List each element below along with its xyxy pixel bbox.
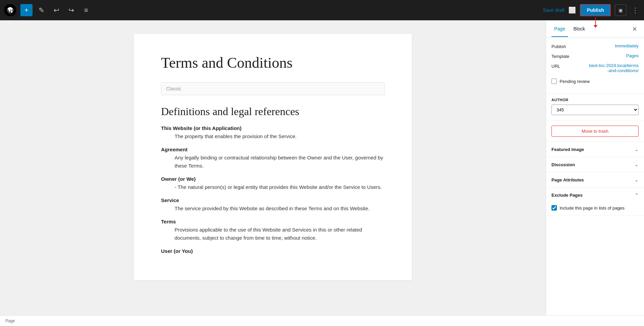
include-pages-checkbox[interactable] bbox=[551, 205, 557, 211]
definition-desc: Provisions applicable to the use of this… bbox=[161, 226, 385, 242]
template-row: Template Pages bbox=[551, 53, 639, 59]
list-item: This Website (or this Application) The p… bbox=[161, 125, 385, 140]
exclude-pages-section: Exclude Pages ⌄ Include this page in lis… bbox=[546, 188, 644, 216]
include-pages-row: Include this page in lists of pages bbox=[551, 205, 639, 211]
save-draft-button[interactable]: Save draft bbox=[543, 7, 565, 13]
pending-review-label: Pending review bbox=[560, 79, 590, 84]
definition-term[interactable]: Owner (or We) bbox=[161, 176, 385, 182]
chevron-down-icon: ⌄ bbox=[635, 147, 639, 152]
main-layout: Terms and Conditions Classic Definitions… bbox=[0, 20, 644, 315]
chevron-up-icon: ⌄ bbox=[635, 192, 639, 198]
toolbar: + ✎ ↩ ↪ ≡ Save draft ⬜ Publish ▣ ⋮ bbox=[0, 0, 644, 20]
publish-row: Publish Immediately bbox=[551, 43, 639, 49]
list-view-icon: ≡ bbox=[84, 6, 88, 14]
section-heading[interactable]: Definitions and legal references bbox=[161, 105, 385, 119]
include-pages-label: Include this page in lists of pages bbox=[560, 205, 625, 211]
author-label: AUTHOR bbox=[551, 98, 639, 102]
editor-content: Terms and Conditions Classic Definitions… bbox=[134, 34, 412, 280]
redo-button[interactable]: ↪ bbox=[65, 4, 77, 16]
page-title[interactable]: Terms and Conditions bbox=[161, 54, 385, 72]
definition-desc: Any legally binding or contractual relat… bbox=[161, 154, 385, 170]
classic-block[interactable]: Classic bbox=[161, 82, 385, 95]
definition-desc: The property that enables the provision … bbox=[161, 132, 385, 140]
more-options-button[interactable]: ⋮ bbox=[630, 5, 640, 16]
trash-section: Move to trash bbox=[546, 121, 644, 142]
toolbar-right: Save draft ⬜ Publish ▣ ⋮ bbox=[543, 4, 640, 16]
preview-icon: ⬜ bbox=[568, 7, 576, 14]
list-item: Service The service provided by this Web… bbox=[161, 197, 385, 213]
edit-mode-button[interactable]: ✎ bbox=[35, 4, 47, 16]
exclude-pages-title: Exclude Pages bbox=[551, 193, 583, 198]
publish-label: Publish bbox=[551, 43, 566, 49]
sidebar-close-button[interactable]: ✕ bbox=[631, 24, 639, 34]
list-item: User (or You) bbox=[161, 248, 385, 254]
definition-term[interactable]: Service bbox=[161, 197, 385, 203]
definition-term[interactable]: This Website (or this Application) bbox=[161, 125, 385, 131]
page-attributes-header[interactable]: Page Attributes ⌄ bbox=[546, 172, 644, 187]
page-attributes-title: Page Attributes bbox=[551, 177, 584, 182]
definition-term[interactable]: User (or You) bbox=[161, 248, 385, 254]
status-bar-label: Page bbox=[5, 319, 15, 323]
undo-button[interactable]: ↩ bbox=[50, 4, 62, 16]
definition-desc: The service provided by this Website as … bbox=[161, 204, 385, 213]
exclude-pages-header[interactable]: Exclude Pages ⌄ bbox=[546, 188, 644, 202]
tab-page[interactable]: Page bbox=[551, 21, 568, 37]
exclude-pages-body: Include this page in lists of pages bbox=[546, 202, 644, 215]
redo-icon: ↪ bbox=[68, 6, 74, 14]
add-block-button[interactable]: + bbox=[20, 4, 33, 16]
list-item: Owner (or We) - The natural person(s) or… bbox=[161, 176, 385, 191]
featured-image-header[interactable]: Featured image ⌄ bbox=[546, 142, 644, 157]
discussion-header[interactable]: Discussion ⌄ bbox=[546, 157, 644, 172]
url-label: URL bbox=[551, 63, 560, 69]
more-options-icon: ⋮ bbox=[632, 6, 639, 14]
wp-logo[interactable] bbox=[4, 4, 16, 16]
publish-value[interactable]: Immediately bbox=[615, 43, 639, 48]
definition-term[interactable]: Agreement bbox=[161, 147, 385, 152]
author-section: AUTHOR 345 bbox=[546, 94, 644, 121]
preview-button[interactable]: ⬜ bbox=[568, 6, 576, 14]
featured-image-title: Featured image bbox=[551, 147, 584, 152]
pending-review-checkbox[interactable] bbox=[551, 79, 557, 84]
sidebar-toggle-icon: ▣ bbox=[619, 8, 623, 13]
definition-term[interactable]: Terms bbox=[161, 219, 385, 224]
list-view-button[interactable]: ≡ bbox=[80, 4, 92, 16]
list-item: Agreement Any legally binding or contrac… bbox=[161, 147, 385, 170]
plus-icon: + bbox=[24, 6, 28, 14]
wp-logo-icon bbox=[7, 7, 14, 14]
template-label: Template bbox=[551, 53, 569, 59]
discussion-title: Discussion bbox=[551, 162, 575, 167]
sidebar-header: Page Block ✕ bbox=[546, 20, 644, 38]
url-value[interactable]: best-tnc-2024.local/terms-and-conditions… bbox=[588, 63, 639, 73]
pending-review-row: Pending review bbox=[551, 77, 639, 88]
move-to-trash-button[interactable]: Move to trash bbox=[551, 126, 639, 137]
author-select[interactable]: 345 bbox=[551, 105, 639, 115]
template-value[interactable]: Pages bbox=[626, 53, 639, 58]
pencil-icon: ✎ bbox=[39, 6, 44, 14]
publish-button[interactable]: Publish bbox=[580, 4, 611, 16]
sidebar: Page Block ✕ Publish Immediately Templat… bbox=[546, 20, 644, 315]
tab-block[interactable]: Block bbox=[571, 21, 588, 37]
undo-icon: ↩ bbox=[54, 6, 59, 14]
list-item: Terms Provisions applicable to the use o… bbox=[161, 219, 385, 242]
editor-area: Terms and Conditions Classic Definitions… bbox=[0, 20, 546, 315]
url-row: URL best-tnc-2024.local/terms-and-condit… bbox=[551, 63, 639, 73]
publish-section: Publish Immediately Template Pages URL b… bbox=[546, 38, 644, 94]
discussion-section: Discussion ⌄ bbox=[546, 157, 644, 172]
status-bar: Page bbox=[0, 315, 644, 326]
chevron-down-icon: ⌄ bbox=[635, 162, 639, 167]
definition-desc: - The natural person(s) or legal entity … bbox=[161, 183, 385, 191]
sidebar-body: Publish Immediately Template Pages URL b… bbox=[546, 38, 644, 315]
page-attributes-section: Page Attributes ⌄ bbox=[546, 172, 644, 188]
featured-image-section: Featured image ⌄ bbox=[546, 142, 644, 157]
sidebar-toggle-button[interactable]: ▣ bbox=[615, 4, 626, 16]
chevron-down-icon: ⌄ bbox=[635, 177, 639, 182]
